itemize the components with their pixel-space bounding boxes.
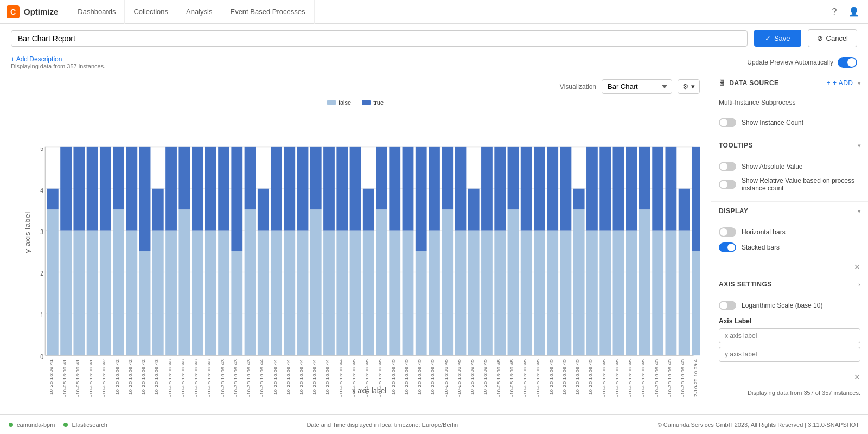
show-relative-toggle[interactable]: [719, 180, 736, 189]
svg-rect-72: [429, 231, 440, 356]
svg-rect-45: [245, 147, 256, 209]
svg-rect-69: [403, 147, 414, 231]
svg-rect-42: [231, 251, 242, 355]
data-source-chevron: ▾: [858, 80, 861, 86]
log-scale-toggle[interactable]: [719, 301, 736, 310]
sub-header: + Add Description Displaying data from 3…: [0, 53, 868, 74]
y-axis-input[interactable]: [719, 347, 860, 362]
svg-rect-47: [258, 189, 269, 231]
svg-text:2022-10-25 16:09:45: 2022-10-25 16:09:45: [470, 359, 475, 397]
svg-rect-85: [508, 147, 519, 209]
data-source-header[interactable]: 🗄 DATA SOURCE + + Add ▾: [711, 74, 868, 92]
display-collapse-button[interactable]: ✕: [854, 263, 860, 271]
panel-data-display: Displaying data from 357 of 357 instance…: [711, 385, 868, 400]
show-relative-label: Show Relative Value based on process ins…: [742, 177, 860, 192]
display-title: Display: [719, 207, 748, 215]
svg-rect-86: [521, 231, 532, 356]
user-icon[interactable]: 👤: [846, 4, 861, 20]
nav-dashboards[interactable]: Dashboards: [69, 0, 125, 24]
svg-text:2022-10-25 16:09:42: 2022-10-25 16:09:42: [141, 359, 146, 397]
svg-rect-99: [599, 147, 611, 231]
svg-rect-22: [100, 231, 111, 356]
svg-rect-107: [652, 147, 663, 231]
stacked-bars-toggle[interactable]: [719, 242, 736, 252]
database-icon: 🗄: [719, 80, 725, 86]
svg-rect-76: [455, 231, 467, 356]
data-source-section: 🗄 DATA SOURCE + + Add ▾ Multi-Instance S…: [711, 74, 868, 136]
app-logo: C: [7, 5, 20, 18]
svg-text:2022-10-25 16:09:41: 2022-10-25 16:09:41: [62, 359, 67, 397]
save-button[interactable]: ✓ Save: [754, 30, 801, 47]
svg-text:2022-10-25 16:09:45: 2022-10-25 16:09:45: [535, 359, 540, 397]
svg-rect-111: [679, 189, 690, 231]
svg-rect-35: [178, 147, 190, 209]
add-data-source-button[interactable]: + + Add: [826, 79, 853, 87]
tooltips-chevron: ▾: [858, 143, 861, 149]
svg-rect-51: [284, 147, 295, 231]
cancel-button[interactable]: ⊘ Cancel: [808, 29, 857, 47]
svg-rect-84: [508, 209, 519, 355]
tooltips-title: Tooltips: [719, 142, 753, 149]
tooltips-section: Tooltips ▾ Show Absolute Value Show Rela…: [711, 136, 868, 202]
legend-false-label: false: [339, 99, 351, 106]
svg-rect-105: [639, 147, 650, 209]
svg-text:2022-10-25 16:09:4: 2022-10-25 16:09:4: [693, 359, 698, 397]
svg-rect-30: [152, 231, 164, 356]
nav-analysis[interactable]: Analysis: [177, 0, 221, 24]
svg-rect-75: [442, 147, 453, 209]
svg-rect-32: [165, 231, 177, 356]
svg-rect-43: [231, 147, 242, 251]
nav-collections[interactable]: Collections: [125, 0, 177, 24]
svg-text:2022-10-25 16:09:45: 2022-10-25 16:09:45: [378, 359, 382, 397]
svg-text:2022-10-25 16:09:45: 2022-10-25 16:09:45: [496, 359, 501, 397]
display-header[interactable]: Display ▾: [711, 202, 868, 220]
visualization-select[interactable]: Bar Chart Line Chart Pie Chart Table Num…: [602, 79, 672, 94]
horizontal-bars-toggle[interactable]: [719, 227, 736, 237]
axis-expand-row: ✕: [711, 372, 868, 385]
header-bar: ✓ Save ⊘ Cancel: [0, 24, 868, 53]
svg-rect-100: [613, 231, 624, 356]
svg-text:2022-10-25 16:09:43: 2022-10-25 16:09:43: [220, 359, 225, 397]
nav-event-based[interactable]: Event Based Processes: [221, 0, 314, 24]
log-scale-label: Logarithmic Scale (base 10): [742, 302, 822, 309]
report-title-input[interactable]: [11, 30, 748, 47]
elasticsearch-status: Elasticsearch: [63, 422, 107, 428]
preview-toggle-row: Update Preview Automatically: [747, 57, 857, 68]
axis-settings-title: Axis Settings: [719, 280, 772, 288]
legend-false: false: [327, 99, 351, 106]
stacked-bars-row: Stacked bars: [719, 240, 860, 255]
svg-rect-87: [521, 147, 532, 231]
preview-toggle-switch[interactable]: [838, 57, 857, 68]
topnav: C Optimize Dashboards Collections Analys…: [0, 0, 868, 24]
svg-text:2022-10-25 16:09:43: 2022-10-25 16:09:43: [181, 359, 186, 397]
svg-rect-112: [692, 251, 700, 355]
svg-rect-34: [178, 209, 190, 355]
axis-settings-header[interactable]: Axis Settings ›: [711, 275, 868, 293]
app-title: Optimize: [24, 7, 58, 16]
tooltips-header[interactable]: Tooltips ▾: [711, 136, 868, 155]
show-absolute-toggle[interactable]: [719, 162, 736, 171]
svg-text:2022-10-25 16:09:45: 2022-10-25 16:09:45: [522, 359, 527, 397]
add-description-link[interactable]: + Add Description: [11, 55, 105, 63]
x-axis-input[interactable]: [719, 328, 860, 343]
svg-rect-57: [323, 147, 335, 231]
y-axis-label: y axis label: [23, 212, 31, 253]
camunda-status-dot: [9, 423, 13, 427]
footer-services: camunda-bpm Elasticsearch: [9, 422, 107, 428]
svg-rect-50: [284, 231, 295, 356]
axis-expand-button[interactable]: ✕: [854, 373, 860, 381]
svg-rect-56: [323, 231, 335, 356]
gear-settings-button[interactable]: ⚙ ▾: [678, 79, 700, 94]
gear-icon: ⚙: [682, 82, 689, 91]
svg-rect-15: [47, 189, 59, 209]
camunda-status: camunda-bpm: [9, 422, 55, 428]
show-instance-count-toggle[interactable]: [719, 118, 736, 127]
svg-rect-79: [468, 189, 480, 231]
svg-rect-97: [586, 147, 598, 231]
help-icon[interactable]: ?: [827, 4, 842, 20]
tooltips-body: Show Absolute Value Show Relative Value …: [711, 155, 868, 201]
svg-rect-81: [481, 147, 493, 231]
svg-text:2022-10-25 16:09:45: 2022-10-25 16:09:45: [641, 359, 646, 397]
svg-text:2022-10-25 16:09:45: 2022-10-25 16:09:45: [509, 359, 514, 397]
svg-rect-78: [468, 231, 480, 356]
